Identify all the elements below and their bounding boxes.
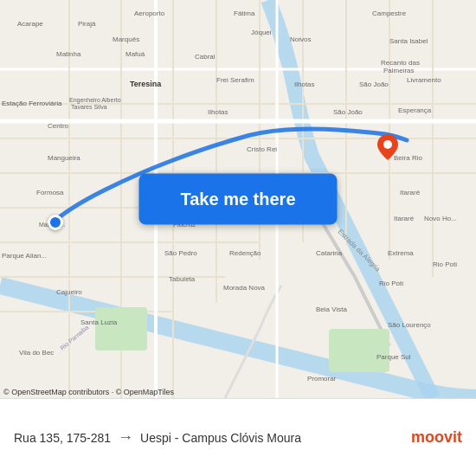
svg-text:Matinha: Matinha [56,50,81,58]
svg-text:Fátima: Fátima [234,10,255,17]
svg-text:Morada Nova: Morada Nova [223,284,266,292]
svg-text:Rio Poti: Rio Poti [433,261,457,268]
arrow-icon: → [118,428,133,447]
svg-text:Estação Ferroviária: Estação Ferroviária [2,100,62,107]
svg-text:Bela Vista: Bela Vista [316,306,347,313]
map-container: Acarape Pirajá Aeroporto Fátima Campestr… [0,0,476,398]
svg-text:Acarape: Acarape [17,20,43,28]
svg-text:Campestre: Campestre [372,10,407,17]
svg-text:Parque Alian...: Parque Alian... [2,252,47,260]
svg-text:Novo Ho...: Novo Ho... [424,215,457,222]
svg-text:Cajueiro: Cajueiro [56,288,82,296]
svg-text:Santa Isabel: Santa Isabel [389,37,428,45]
origin-label: Rua 135, 175-281 [14,431,111,445]
svg-text:Rio Poti: Rio Poti [379,280,403,287]
svg-text:Recanto das: Recanto das [381,59,420,67]
svg-text:Ilhotas: Ilhotas [294,80,315,88]
origin-pin [48,215,63,230]
destination-label: Uespi - Campus Clóvis Moura [140,431,301,445]
svg-text:Marquês: Marquês [113,35,139,43]
svg-text:Itararé: Itararé [394,215,415,222]
svg-text:Extrema: Extrema [388,249,414,257]
svg-point-77 [383,140,392,149]
destination-pin [377,134,398,160]
route-info: Rua 135, 175-281 → Uespi - Campus Clóvis… [14,428,462,447]
svg-text:Vila do Bec: Vila do Bec [19,349,54,357]
svg-text:Redenção: Redenção [229,249,261,257]
moovit-logo: moovit [411,428,462,447]
svg-text:Centro: Centro [48,122,69,130]
svg-text:Aeroporto: Aeroporto [134,10,165,17]
svg-text:Formosa: Formosa [36,189,64,196]
svg-text:Mangueira: Mangueira [48,154,80,162]
svg-text:Frei Serafim: Frei Serafim [216,76,254,84]
svg-text:Cristo Rei: Cristo Rei [247,145,277,153]
moovit-logo-text: moovit [411,428,462,447]
svg-text:Teresina: Teresina [130,80,162,88]
svg-text:Ilhotas: Ilhotas [208,108,228,116]
take-me-there-button[interactable]: Take me there [138,174,337,225]
svg-text:São João: São João [359,80,389,88]
svg-text:São Lourenço: São Lourenço [388,321,431,329]
svg-text:Mafuá: Mafuá [125,50,145,58]
svg-text:Pirajá: Pirajá [78,20,96,28]
map-attribution: © OpenStreetMap contributors · © OpenMap… [3,388,174,396]
svg-text:Tavares Silva: Tavares Silva [71,104,107,110]
svg-text:São João: São João [333,108,363,116]
svg-text:Promorar: Promorar [307,375,337,383]
svg-text:Tabuleta: Tabuleta [169,275,196,283]
svg-text:Engenheiro Alberto: Engenheiro Alberto [69,97,121,104]
svg-text:Palmeiras: Palmeiras [383,67,415,74]
svg-text:São Pedro: São Pedro [164,249,197,257]
svg-rect-22 [329,329,389,372]
bottom-bar: Rua 135, 175-281 → Uespi - Campus Clóvis… [0,398,476,476]
svg-text:Itararé: Itararé [400,189,421,196]
svg-text:Livramento: Livramento [407,76,441,84]
svg-text:Catarina: Catarina [316,249,343,257]
svg-text:Parque Sul: Parque Sul [376,353,411,361]
svg-text:Noivos: Noivos [290,35,311,43]
svg-text:Esperança: Esperança [398,106,432,114]
svg-rect-21 [95,307,147,351]
svg-text:Jóquei: Jóquei [251,29,272,36]
svg-text:Beira Rio: Beira Rio [394,154,422,162]
svg-text:Cabral: Cabral [195,53,215,61]
